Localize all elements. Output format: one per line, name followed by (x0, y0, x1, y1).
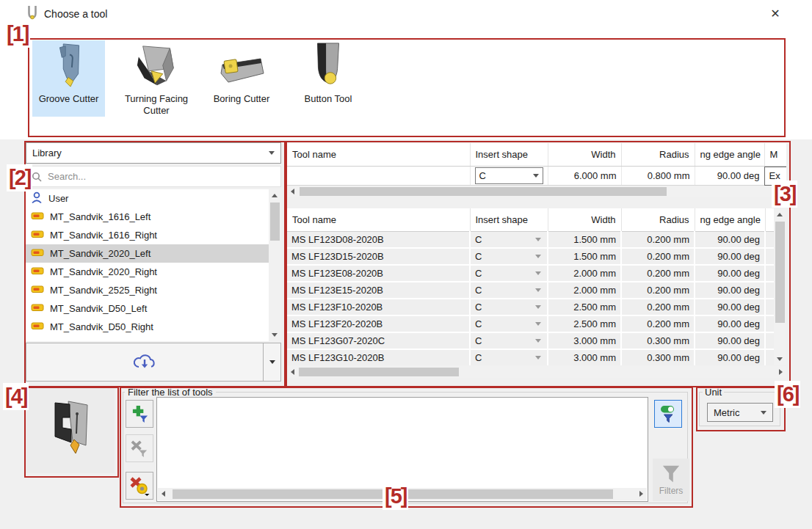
radius-cell[interactable]: 0.800 mm (621, 167, 695, 186)
annotation-marker-3: [3] (772, 180, 797, 208)
download-options-dropdown-button[interactable] (263, 343, 281, 382)
dialog-tool-icon (26, 5, 38, 21)
annotation-marker-1: [1] (4, 21, 30, 48)
tool-type-boring-cutter[interactable]: Boring Cutter (200, 40, 283, 108)
list-item[interactable]: User (26, 189, 269, 208)
unit-group-title: Unit (703, 387, 724, 398)
tool-type-groove-cutter[interactable]: Groove Cutter (32, 40, 105, 117)
table-row[interactable]: MS LF123F20-2020B C 2.500 mm 0.200 mm 90… (287, 315, 774, 332)
toggle-filters-icon (659, 404, 678, 424)
list-item[interactable]: MT_Sandvik_2020_Right (26, 263, 269, 281)
annotation-marker-5: [5] (383, 483, 408, 510)
close-button[interactable]: ✕ (762, 3, 789, 23)
chevron-down-icon (269, 151, 275, 155)
insert-shape-value: C (479, 170, 486, 181)
remove-filter-button[interactable] (126, 434, 153, 462)
scroll-down-arrow-icon[interactable] (272, 333, 278, 337)
button-tool-icon (289, 40, 367, 89)
chevron-down-icon (535, 271, 541, 275)
tools-table-body: MS LF123D08-2020B C 1.500 mm 0.200 mm 90… (287, 232, 774, 366)
add-filter-button[interactable] (126, 400, 153, 428)
search-icon (32, 172, 42, 182)
list-item[interactable]: MT_Sandvik_1616_Left (26, 208, 269, 226)
scroll-right-arrow-icon[interactable] (639, 491, 643, 497)
chevron-down-icon (761, 411, 766, 415)
download-library-button[interactable] (26, 343, 264, 382)
tool-type-label: Groove Cutter (32, 93, 105, 105)
table-row[interactable]: MS LF123D08-2020B C 1.500 mm 0.200 mm 90… (287, 232, 774, 249)
insert-shape-select[interactable]: C (475, 167, 543, 184)
tool-list-hscrollbar[interactable] (287, 366, 786, 378)
column-header-clipped (765, 208, 774, 232)
tool-list-vscrollbar[interactable] (774, 208, 786, 365)
column-header-insert-shape: Insert shape (470, 208, 548, 232)
selected-tool-table-hscrollbar[interactable] (287, 186, 786, 197)
column-header-edge-angle: ng edge angle (695, 208, 765, 232)
search-input[interactable] (46, 170, 275, 183)
table-row[interactable]: MS LF123E08-2020B C 2.000 mm 0.200 mm 90… (287, 265, 774, 282)
groove-cutter-icon (32, 40, 105, 89)
list-item[interactable]: MT_Sandvik_1616_Right (26, 226, 269, 244)
clear-filters-icon (130, 476, 150, 496)
chevron-down-icon (533, 174, 539, 178)
list-item-label: MT_Sandvik_D50_Left (50, 303, 147, 314)
table-row[interactable]: MS LF123G10-2020B C 3.000 mm 0.300 mm 90… (287, 349, 774, 365)
list-item-label: MT_Sandvik_1616_Right (50, 230, 157, 241)
tool-type-turning-facing-cutter[interactable]: Turning Facing Cutter (115, 40, 198, 120)
annotation-marker-4: [4] (3, 383, 29, 410)
choose-tool-dialog: Choose a tool ✕ Groove Cutter Turning Fa… (0, 0, 812, 529)
clear-filters-button[interactable] (126, 472, 153, 500)
scroll-left-arrow-icon[interactable] (291, 189, 294, 194)
list-item-label: User (48, 193, 68, 204)
scrollbar-thumb[interactable] (775, 222, 785, 323)
edge-angle-cell[interactable]: 90.00 deg (695, 167, 764, 186)
list-item[interactable]: MT_Sandvik_D50_Right (26, 318, 269, 336)
scroll-left-arrow-icon[interactable] (162, 491, 165, 497)
scrollbar-thumb[interactable] (270, 203, 280, 241)
table-row[interactable]: MS LF123F10-2020B C 2.500 mm 0.200 mm 90… (287, 299, 774, 315)
turning-facing-cutter-icon (115, 40, 198, 89)
filter-group-title: Filter the list of tools (125, 387, 216, 398)
unit-select[interactable]: Metric (707, 403, 773, 422)
search-field (26, 166, 281, 187)
chevron-down-icon (535, 339, 541, 343)
width-cell[interactable]: 6.000 mm (548, 167, 621, 186)
list-item[interactable]: MT_Sandvik_D50_Left (26, 299, 269, 318)
column-header-width: Width (548, 143, 621, 167)
scroll-left-arrow-icon[interactable] (291, 369, 294, 375)
library-source-select[interactable]: Library (26, 142, 281, 164)
remove-filter-icon (131, 439, 149, 458)
cloud-download-icon (131, 353, 158, 372)
scrollbar-thumb[interactable] (300, 187, 667, 196)
chevron-down-icon (535, 288, 541, 292)
scroll-down-arrow-icon[interactable] (777, 357, 783, 361)
filters-button[interactable]: Filters (653, 459, 689, 501)
list-item[interactable]: MT_Sandvik_2020_Left (26, 244, 269, 263)
toggle-filters-button[interactable] (654, 400, 682, 428)
list-item[interactable]: MT_Sandvik_2525_Right (26, 281, 269, 299)
scroll-right-arrow-icon[interactable] (779, 369, 783, 375)
list-item-label: MT_Sandvik_1616_Left (50, 211, 151, 222)
tool-type-button-tool[interactable]: Button Tool (289, 40, 367, 108)
table-row[interactable]: MS LF123E15-2020B C 2.000 mm 0.200 mm 90… (287, 282, 774, 299)
add-filter-icon (131, 405, 149, 423)
chevron-down-icon (535, 322, 541, 326)
library-list: User MT_Sandvik_1616_Left MT_Sandvik_161… (26, 189, 269, 341)
column-header-radius: Radius (621, 208, 695, 232)
library-list-scrollbar[interactable] (269, 189, 281, 341)
chevron-down-icon (535, 356, 541, 360)
chevron-down-icon (535, 305, 541, 309)
tool-name-input-cell[interactable] (287, 167, 470, 186)
tool-preview (26, 388, 115, 473)
tool-type-label: Turning Facing Cutter (115, 93, 198, 117)
tool-library-icon (31, 285, 44, 294)
scroll-up-arrow-icon[interactable] (272, 194, 278, 197)
scrollbar-thumb[interactable] (299, 368, 459, 376)
groove-cutter-preview-icon (43, 398, 98, 463)
table-row[interactable]: MS LF123G07-2020C C 3.000 mm 0.300 mm 90… (287, 332, 774, 349)
tool-list-table: Tool name Insert shape Width Radius ng e… (287, 208, 774, 365)
library-source-value: Library (32, 147, 62, 158)
scroll-up-arrow-icon[interactable] (777, 213, 783, 216)
column-header-tool-name: Tool name (287, 208, 470, 232)
table-row[interactable]: MS LF123D15-2020B C 1.500 mm 0.200 mm 90… (287, 248, 774, 265)
